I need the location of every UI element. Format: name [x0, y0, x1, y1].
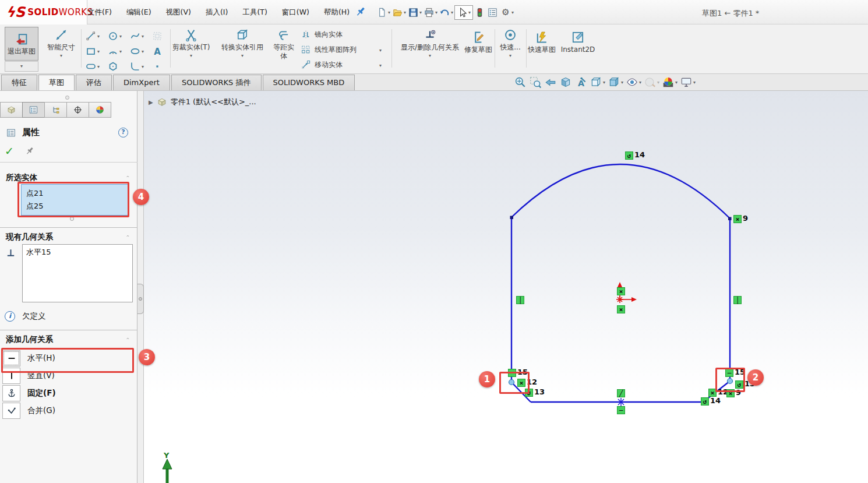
point-tool[interactable] — [151, 61, 163, 72]
listbox-resize-handle[interactable] — [70, 217, 74, 221]
view-orientation-button[interactable]: ▾ — [590, 76, 605, 89]
display-style-button[interactable]: ▾ — [608, 76, 623, 89]
add-relation-vertical[interactable]: 竖直(V) — [2, 367, 135, 385]
menu-item-1[interactable]: 编辑(E) — [124, 6, 154, 19]
exit-sketch-button[interactable]: 退出草图 — [5, 27, 38, 61]
fillet-tool[interactable]: ▾ — [129, 61, 144, 72]
save-button[interactable]: ▾ — [407, 6, 422, 19]
tab-草图[interactable]: 草图 — [38, 75, 75, 90]
move-entities-button[interactable]: 移动实体 — [301, 59, 343, 70]
tab-solidworks-mbd[interactable]: SOLIDWORKS MBD — [263, 75, 355, 90]
dynamic-annotation-views-button[interactable]: A — [574, 76, 587, 89]
relation-badge-tangent[interactable]: ↺ — [525, 389, 533, 397]
linear-sketch-pattern-button[interactable]: 线性草图阵列 — [301, 44, 357, 55]
pin-menu-icon[interactable] — [354, 5, 367, 18]
repair-sketch-button[interactable]: 修复草图 — [464, 30, 492, 54]
section-view-button[interactable] — [559, 76, 572, 89]
new-document-button[interactable]: ▾ — [376, 6, 391, 19]
print-button[interactable]: ▾ — [423, 6, 438, 19]
panel-handle[interactable] — [65, 96, 69, 100]
add-relations-collapse-icon[interactable] — [125, 337, 132, 342]
ok-check-icon[interactable]: ✓ — [5, 144, 14, 157]
zoom-to-fit-button[interactable] — [514, 76, 527, 89]
add-relation-fix[interactable]: 固定(F) — [2, 385, 135, 402]
tab-dimxpert[interactable]: DimXpert — [113, 75, 170, 90]
convert-entities-button[interactable]: 转换实体引用 ▾ — [216, 28, 269, 58]
circle-tool[interactable]: ▾ — [107, 30, 122, 42]
apply-scene-button[interactable]: ▾ — [662, 76, 678, 89]
tab-configurationmanager[interactable] — [44, 102, 67, 118]
select-button[interactable]: ▾ — [454, 5, 473, 20]
existing-relations-listbox[interactable]: 水平15 — [22, 244, 133, 302]
display-delete-relations-button[interactable]: 显示/删除几何关系 ▾ — [397, 28, 463, 58]
panel-collapse-tab[interactable] — [137, 284, 144, 314]
trim-entities-button[interactable]: 剪裁实体(T) ▾ — [167, 28, 215, 58]
relation-badge-coincident[interactable]: × — [617, 287, 625, 295]
relation-badge-vertical[interactable]: │ — [516, 296, 524, 304]
offset-entities-button[interactable]: 等距实体 — [270, 29, 297, 61]
spline-tool[interactable]: ▾ — [129, 30, 144, 42]
menu-item-5[interactable]: 窗口(W) — [280, 6, 312, 19]
relation-badge-horizontal[interactable]: ─ — [508, 369, 516, 377]
smart-dimension-button[interactable]: 智能尺寸 ▾ — [43, 28, 79, 58]
relation-badge-midpoint[interactable]: ╱ — [617, 389, 625, 397]
settings-button[interactable]: ⚙▾ — [499, 6, 514, 19]
menu-item-4[interactable]: 工具(T) — [240, 6, 269, 19]
menu-item-6[interactable]: 帮助(H) — [322, 6, 352, 19]
mirror-entities-button[interactable]: 镜向实体 — [301, 29, 343, 40]
relation-badge-coincident[interactable]: × — [517, 379, 525, 387]
tab-propertymanager[interactable] — [22, 102, 45, 118]
existing-relation[interactable]: 水平15 — [26, 247, 129, 258]
help-icon[interactable]: ? — [118, 128, 128, 138]
tab-评估[interactable]: 评估 — [76, 75, 112, 90]
add-relation-horizontal[interactable]: 水平(H) — [2, 350, 135, 367]
ellipse-tool[interactable]: ▾ — [129, 45, 144, 57]
selected-entity[interactable]: 点25 — [22, 200, 128, 213]
line-tool[interactable]: ▾ — [85, 30, 100, 42]
relation-badge-tangent[interactable]: ↺ — [625, 151, 633, 160]
relation-badge-horizontal[interactable]: ─ — [617, 406, 625, 414]
open-button[interactable]: ▾ — [391, 6, 407, 19]
relation-badge-coincident[interactable]: × — [733, 215, 742, 223]
zoom-to-area-button[interactable] — [529, 76, 542, 89]
tab-featuremanager[interactable] — [0, 102, 23, 118]
tab-特征[interactable]: 特征 — [1, 75, 37, 90]
polygon-tool[interactable] — [107, 61, 119, 72]
edit-appearance-button[interactable]: ▾ — [644, 76, 659, 89]
relation-badge-coincident[interactable]: × — [617, 305, 625, 313]
relation-badge-tangent[interactable]: ↺ — [735, 380, 743, 389]
arc-tool[interactable]: ▾ — [107, 45, 122, 57]
tab-dimxpertmanager[interactable] — [66, 102, 89, 118]
existing-relations-collapse-icon[interactable] — [125, 235, 132, 239]
sketch-canvas[interactable]: Y — [144, 91, 868, 483]
menu-item-3[interactable]: 插入(I) — [203, 6, 230, 19]
keep-visible-pin-icon[interactable] — [24, 146, 35, 156]
rapid-sketch-button[interactable]: 快速草图 — [528, 30, 556, 54]
menu-item-2[interactable]: 视图(V) — [164, 6, 193, 19]
selected-entities-listbox[interactable]: 点21点25 — [21, 184, 128, 216]
relation-badge-coincident[interactable]: × — [726, 389, 735, 397]
options-list-button[interactable] — [486, 6, 499, 19]
rebuild-button[interactable] — [474, 6, 486, 19]
graphics-viewport[interactable]: ▶ 零件1 (默认<<默认>_... — [144, 91, 868, 483]
selected-entity[interactable]: 点21 — [22, 187, 128, 200]
relation-badge-horizontal[interactable]: ─ — [725, 369, 733, 377]
relation-badge-vertical[interactable]: │ — [733, 296, 742, 304]
selected-entities-collapse-icon[interactable] — [125, 175, 132, 180]
rectangle-tool[interactable]: ▾ — [85, 45, 100, 57]
exit-sketch-dropdown[interactable]: ▾ — [5, 61, 38, 72]
add-relation-merge[interactable]: 合并(G) — [2, 402, 135, 419]
text-tool[interactable]: A — [151, 45, 163, 57]
instant2d-button[interactable]: Instant2D — [557, 30, 599, 54]
rapid-button[interactable]: 快速... ▾ — [497, 28, 524, 58]
previous-view-button[interactable] — [544, 76, 557, 89]
tab-solidworks-插件[interactable]: SOLIDWORKS 插件 — [171, 75, 262, 90]
view-settings-button[interactable]: ▾ — [680, 76, 696, 89]
undo-button[interactable]: ▾ — [439, 6, 454, 19]
relation-badge-coincident[interactable]: × — [708, 389, 717, 397]
relation-badge-tangent[interactable]: ↺ — [701, 397, 709, 406]
slot-tool[interactable]: ▾ — [85, 61, 100, 72]
hide-show-items-button[interactable]: ▾ — [626, 76, 641, 89]
tab-displaymanager[interactable] — [89, 102, 111, 118]
menu-item-0[interactable]: 文件(F) — [85, 6, 114, 19]
